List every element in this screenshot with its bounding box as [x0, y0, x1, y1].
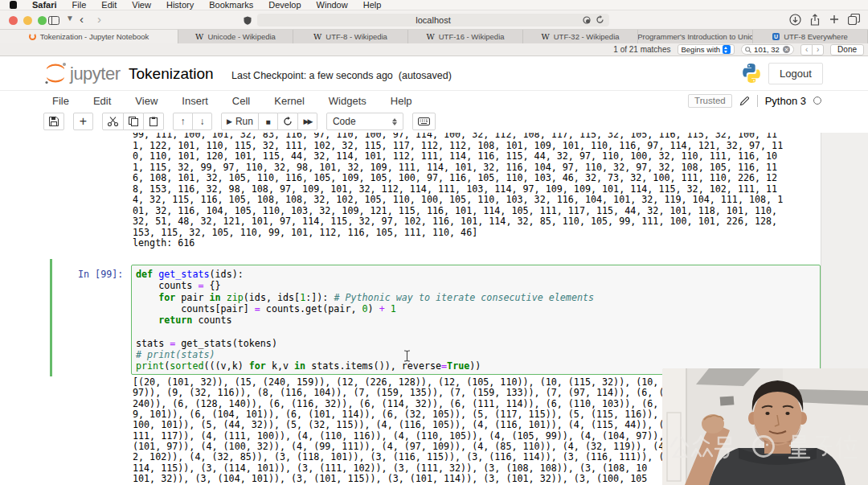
reload-icon[interactable] [596, 15, 604, 24]
jupyter-logo[interactable]: jupyter [43, 62, 121, 84]
find-done-button[interactable]: Done [830, 44, 864, 55]
menu-widgets[interactable]: Widgets [317, 95, 379, 107]
copy-cell-button[interactable] [123, 113, 144, 130]
output-line: 97)), (9, (32, 116)), (8, (116, 104)), (… [133, 388, 693, 398]
code-token: get_stats(tokens) [175, 338, 277, 349]
restart-kernel-button[interactable] [277, 113, 298, 130]
privacy-shield-icon[interactable] [244, 15, 252, 28]
macos-menu-edit[interactable]: Edit [101, 0, 117, 10]
trusted-badge[interactable]: Trusted [688, 94, 732, 108]
code-token: counts [136, 280, 198, 291]
select-arrows-icon [392, 118, 397, 125]
code-token: print [136, 360, 164, 372]
minimize-window-button[interactable] [23, 16, 32, 25]
zoom-window-button[interactable] [38, 16, 47, 25]
translate-badge-icon[interactable] [583, 16, 591, 24]
find-mode-dropdown[interactable]: Begins with [678, 44, 735, 55]
chevron-down-icon[interactable]: ▼ [66, 12, 74, 25]
previous-match-button[interactable]: ‹ [800, 44, 813, 55]
save-button[interactable] [43, 113, 64, 130]
logout-button[interactable]: Logout [768, 63, 823, 84]
output-stats-list: [(20, (101, 32)), (15, (240, 159)), (12,… [133, 377, 693, 484]
share-icon[interactable] [809, 14, 821, 26]
menu-insert[interactable]: Insert [170, 95, 220, 107]
code-token: # Pythonic way to iterate consecutive el… [334, 292, 594, 303]
copy-icon [129, 117, 138, 126]
back-button[interactable]: ‹ [80, 13, 84, 26]
macos-menu-file[interactable]: File [72, 0, 87, 10]
macos-menu-window[interactable]: Window [317, 0, 348, 10]
restart-run-all-button[interactable]: ▶▶ [297, 113, 317, 130]
webcam-overlay [662, 368, 868, 485]
interrupt-kernel-button[interactable]: ■ [258, 113, 278, 130]
output-line: 4, 32, 115, 116, 105, 108, 108, 32, 102,… [133, 195, 783, 206]
macos-menu-history[interactable]: History [166, 0, 194, 10]
paste-cell-button[interactable] [143, 113, 164, 130]
clear-search-icon[interactable]: ✕ [783, 46, 790, 53]
tab-overview-icon[interactable] [848, 14, 860, 25]
browser-tab-bar: Tokenization - Jupyter NotebookWUnicode … [0, 30, 868, 43]
menu-help[interactable]: Help [379, 95, 424, 107]
close-window-button[interactable] [9, 16, 18, 25]
menu-edit[interactable]: Edit [81, 95, 123, 107]
macos-menu-develop[interactable]: Develop [268, 0, 301, 10]
browser-tab[interactable]: WUTF-16 - Wikipedia [408, 30, 523, 43]
cut-cell-button[interactable] [102, 113, 124, 130]
sidebar-icon[interactable] [48, 15, 59, 28]
code-line[interactable]: for pair in zip(ids, ids[1:]): # Pythoni… [136, 292, 820, 303]
code-editor[interactable]: def get_stats(ids): counts = {} for pair… [136, 269, 820, 372]
browser-tab[interactable]: WUnicode - Wikipedia [178, 30, 293, 43]
move-cell-down-button[interactable]: ↓ [192, 113, 212, 130]
code-token: for [158, 292, 175, 303]
address-bar-url[interactable]: localhost [257, 15, 609, 25]
next-match-button[interactable]: › [812, 44, 824, 55]
code-line[interactable]: counts = {} [136, 280, 820, 291]
play-icon: ▶ [227, 117, 232, 125]
tab-label: Unicode - Wikipedia [207, 32, 275, 41]
add-cell-button[interactable]: + [73, 113, 93, 130]
forward-button[interactable]: › [97, 13, 101, 26]
menu-cell[interactable]: Cell [220, 95, 262, 107]
wikipedia-favicon: W [541, 33, 549, 40]
move-cell-up-button[interactable]: ↑ [173, 113, 193, 130]
restart-icon [283, 117, 293, 126]
command-palette-button[interactable] [412, 113, 436, 130]
browser-tab[interactable]: UUTF-8 Everywhere [753, 30, 868, 43]
macos-menu-view[interactable]: View [132, 0, 151, 10]
code-token [136, 292, 158, 303]
code-line[interactable]: def get_stats(ids): [136, 269, 820, 280]
apple-menu-icon[interactable] [10, 1, 17, 9]
code-token: stats [136, 338, 170, 349]
menu-kernel[interactable]: Kernel [262, 95, 317, 107]
macos-menu-help[interactable]: Help [363, 0, 382, 10]
code-line[interactable]: counts[pair] = counts.get(pair, 0) + 1 [136, 303, 820, 314]
downloads-icon[interactable] [789, 14, 801, 26]
code-line[interactable]: return counts [136, 314, 820, 326]
macos-menu-safari[interactable]: Safari [32, 0, 57, 10]
macos-menu-bookmarks[interactable]: Bookmarks [209, 0, 253, 10]
browser-tab[interactable]: A Programmer's Introduction to Unico... [638, 30, 753, 43]
find-input[interactable]: 101, 32 ✕ [741, 44, 794, 55]
pencil-icon[interactable] [739, 96, 750, 106]
run-button[interactable]: ▶Run [221, 113, 259, 130]
find-query[interactable]: 101, 32 [754, 45, 780, 54]
code-line[interactable]: # print(stats) [136, 349, 820, 360]
address-bar[interactable]: localhost [257, 14, 609, 27]
menu-file[interactable]: File [40, 95, 81, 107]
browser-tab[interactable]: Tokenization - Jupyter Notebook [0, 30, 178, 43]
code-token: get_stats [158, 269, 209, 280]
code-line[interactable] [136, 326, 820, 337]
tab-label: A Programmer's Introduction to Unico... [638, 32, 753, 41]
output-line: 114, 115)), (3, (114, 101)), (3, (111, 1… [133, 463, 693, 474]
menu-view[interactable]: View [123, 95, 170, 107]
code-cell-input[interactable]: def get_stats(ids): counts = {} for pair… [131, 265, 821, 375]
browser-tab[interactable]: WUTF-8 - Wikipedia [293, 30, 408, 43]
new-tab-icon[interactable] [829, 14, 840, 25]
output-line: (101, 97)), (4, (100, 32)), (4, (99, 111… [133, 442, 693, 452]
cell-type-select[interactable]: Code [326, 113, 403, 130]
output-line: 100, 101)), (5, (44, 32)), (5, (32, 115)… [133, 420, 693, 430]
code-line[interactable]: stats = get_stats(tokens) [136, 338, 820, 349]
macos-menubar: SafariFileEditViewHistoryBookmarksDevelo… [0, 0, 868, 10]
notebook-title[interactable]: Tokenization [129, 65, 214, 83]
browser-tab[interactable]: WUTF-32 - Wikipedia [523, 30, 638, 43]
